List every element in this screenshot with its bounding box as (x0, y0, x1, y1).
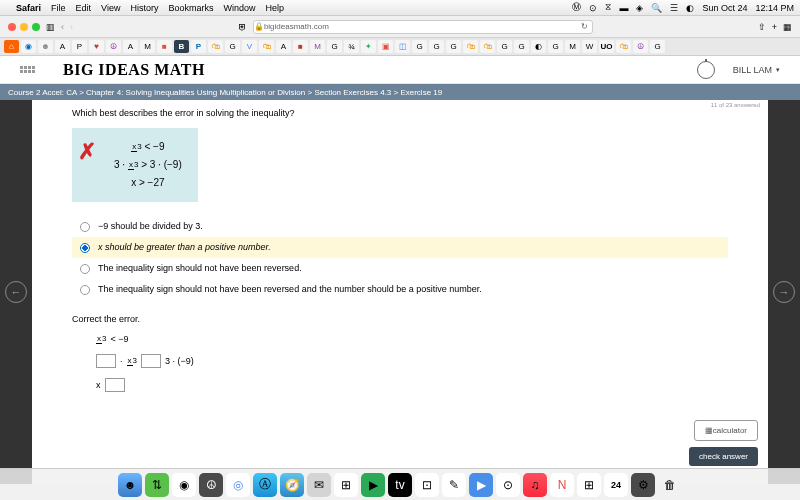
new-tab-icon[interactable]: + (772, 22, 777, 32)
tab-icon[interactable]: G (548, 40, 563, 53)
share-icon[interactable]: ⇧ (758, 22, 766, 32)
maximize-window[interactable] (32, 23, 40, 31)
dock-icon[interactable]: ⊡ (415, 473, 439, 497)
check-answer-button[interactable]: check answer (689, 447, 758, 466)
menu-edit[interactable]: Edit (76, 3, 92, 13)
sidebar-icon[interactable]: ▥ (46, 22, 55, 32)
tab-icon[interactable]: V (242, 40, 257, 53)
menubar-time[interactable]: 12:14 PM (755, 3, 794, 13)
app-name[interactable]: Safari (16, 3, 41, 13)
option-d[interactable]: The inequality sign should not have been… (72, 279, 728, 300)
address-bar[interactable]: 🔒 bigideasmath.com ↻ (253, 20, 593, 34)
menu-window[interactable]: Window (223, 3, 255, 13)
tab-icon[interactable]: A (55, 40, 70, 53)
menubar-date[interactable]: Sun Oct 24 (702, 3, 747, 13)
answer-input[interactable] (105, 378, 125, 392)
forward-button[interactable]: › (70, 22, 73, 32)
dock-icon[interactable]: ⊞ (577, 473, 601, 497)
tab-icon[interactable]: ■ (293, 40, 308, 53)
next-button[interactable]: → (773, 281, 795, 303)
dock-icon[interactable]: ✎ (442, 473, 466, 497)
tab-icon[interactable]: ◉ (21, 40, 36, 53)
brand-logo[interactable]: BIG IDEAS MATH (63, 61, 205, 79)
tab-icon[interactable]: A (123, 40, 138, 53)
answer-input[interactable] (96, 354, 116, 368)
tab-icon[interactable]: P (191, 40, 206, 53)
tab-icon[interactable]: ☮ (633, 40, 648, 53)
menu-help[interactable]: Help (265, 3, 284, 13)
news-icon[interactable]: N (550, 473, 574, 497)
tab-icon[interactable]: M (310, 40, 325, 53)
chrome-icon[interactable]: ◎ (226, 473, 250, 497)
tab-icon[interactable]: G (497, 40, 512, 53)
option-c[interactable]: The inequality sign should not have been… (72, 258, 728, 279)
siri-icon[interactable]: ◐ (686, 3, 694, 13)
dock-icon[interactable]: ⊞ (334, 473, 358, 497)
tab-icon[interactable]: 🛍 (208, 40, 223, 53)
tab-icon[interactable]: ☻ (38, 40, 53, 53)
minimize-window[interactable] (20, 23, 28, 31)
close-window[interactable] (8, 23, 16, 31)
tab-icon[interactable]: P (72, 40, 87, 53)
tab-icon[interactable]: G (327, 40, 342, 53)
tab-icon[interactable]: 🛍 (480, 40, 495, 53)
tab-icon[interactable]: ♥ (89, 40, 104, 53)
timer-icon[interactable] (697, 61, 715, 79)
facetime-icon[interactable]: ▶ (361, 473, 385, 497)
tab-icon[interactable]: G (650, 40, 665, 53)
reload-icon[interactable]: ↻ (581, 22, 592, 31)
tab-icon[interactable]: G (412, 40, 427, 53)
option-b[interactable]: x should be greater than a positive numb… (72, 237, 728, 258)
tab-icon[interactable]: ■ (157, 40, 172, 53)
answer-input[interactable] (141, 354, 161, 368)
back-button[interactable]: ‹ (61, 22, 64, 32)
dock-icon[interactable]: ✉ (307, 473, 331, 497)
menu-history[interactable]: History (130, 3, 158, 13)
tab-icon[interactable]: UO (599, 40, 614, 53)
tab-icon[interactable]: G (514, 40, 529, 53)
tab-icon[interactable]: ¾ (344, 40, 359, 53)
tab-icon[interactable]: ▣ (378, 40, 393, 53)
app-store-icon[interactable]: Ⓐ (253, 473, 277, 497)
calendar-icon[interactable]: 24 (604, 473, 628, 497)
tab-icon[interactable]: ⌂ (4, 40, 19, 53)
dock-icon[interactable]: ◉ (172, 473, 196, 497)
apps-icon[interactable] (20, 66, 35, 73)
tab-icon[interactable]: W (582, 40, 597, 53)
settings-icon[interactable]: ⚙ (631, 473, 655, 497)
tab-icon[interactable]: G (225, 40, 240, 53)
tab-icon[interactable]: A (276, 40, 291, 53)
dock-icon[interactable]: ☮ (199, 473, 223, 497)
tab-icon[interactable]: 🛍 (616, 40, 631, 53)
tab-icon[interactable]: ✦ (361, 40, 376, 53)
music-icon[interactable]: ♫ (523, 473, 547, 497)
shield-icon[interactable]: ⛨ (238, 22, 247, 32)
tab-icon[interactable]: M (565, 40, 580, 53)
menu-bookmarks[interactable]: Bookmarks (168, 3, 213, 13)
menu-view[interactable]: View (101, 3, 120, 13)
breadcrumb[interactable]: Course 2 Accel: CA > Chapter 4: Solving … (0, 84, 800, 100)
tab-icon[interactable]: G (446, 40, 461, 53)
tab-icon[interactable]: 🛍 (259, 40, 274, 53)
tab-icon[interactable]: 🛍 (463, 40, 478, 53)
tab-icon[interactable]: ◫ (395, 40, 410, 53)
tabs-icon[interactable]: ▦ (783, 22, 792, 32)
tab-icon[interactable]: M (140, 40, 155, 53)
option-a[interactable]: −9 should be divided by 3. (72, 216, 728, 237)
tab-icon[interactable]: ◐ (531, 40, 546, 53)
tab-icon-active[interactable]: B (174, 40, 189, 53)
menu-file[interactable]: File (51, 3, 66, 13)
control-icon[interactable]: ☰ (670, 3, 678, 13)
safari-icon[interactable]: 🧭 (280, 473, 304, 497)
dock-icon[interactable]: ⇅ (145, 473, 169, 497)
tab-icon[interactable]: ☮ (106, 40, 121, 53)
trash-icon[interactable]: 🗑 (658, 473, 682, 497)
prev-button[interactable]: ← (5, 281, 27, 303)
search-icon[interactable]: 🔍 (651, 3, 662, 13)
tab-icon[interactable]: G (429, 40, 444, 53)
zoom-icon[interactable]: ▶ (469, 473, 493, 497)
appletv-icon[interactable]: tv (388, 473, 412, 497)
user-menu[interactable]: BILL LAM ▾ (733, 65, 780, 75)
dock-icon[interactable]: ⊙ (496, 473, 520, 497)
calculator-button[interactable]: ▦calculator (694, 420, 758, 441)
